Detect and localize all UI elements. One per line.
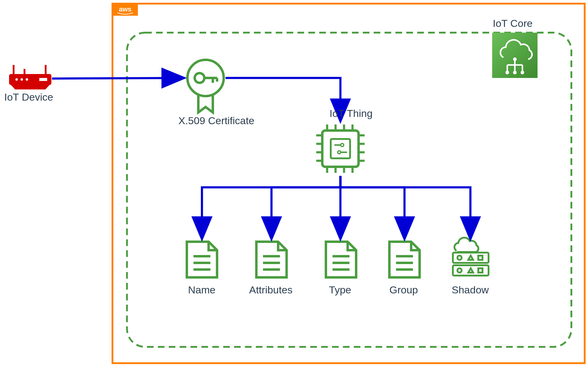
svg-point-10 <box>513 71 517 74</box>
svg-marker-66 <box>468 268 473 273</box>
svg-rect-26 <box>322 131 359 167</box>
svg-rect-14 <box>13 65 15 74</box>
attributes-label: Attributes <box>249 284 293 296</box>
arrow-thing-attrs <box>271 176 340 237</box>
svg-point-22 <box>195 73 204 83</box>
arrow-thing-group <box>340 176 404 237</box>
svg-point-17 <box>15 78 18 81</box>
svg-point-9 <box>513 57 517 61</box>
svg-point-31 <box>338 151 341 154</box>
iot-core-border <box>127 33 571 347</box>
arrow-device-cert <box>52 78 183 79</box>
svg-point-12 <box>521 71 524 74</box>
iot-thing-label: IoT Thing <box>330 108 372 119</box>
svg-point-29 <box>341 144 344 147</box>
type-label: Type <box>329 284 351 296</box>
svg-point-11 <box>505 71 509 74</box>
shadow-label: Shadow <box>452 284 489 296</box>
svg-rect-16 <box>45 65 47 74</box>
svg-marker-62 <box>468 256 473 260</box>
shadow-icon <box>453 237 489 276</box>
doc-attributes-icon <box>256 242 287 277</box>
name-label: Name <box>188 284 216 296</box>
doc-group-icon <box>389 242 420 277</box>
svg-rect-20 <box>39 78 47 81</box>
iot-device-label: IoT Device <box>4 91 53 103</box>
svg-point-65 <box>457 268 462 273</box>
arrow-cert-thing <box>226 78 340 120</box>
svg-rect-15 <box>24 69 25 75</box>
svg-point-18 <box>21 78 23 81</box>
svg-text:aws: aws <box>119 5 132 13</box>
aws-badge: aws <box>112 4 138 16</box>
doc-name-icon <box>187 242 217 277</box>
iot-thing-icon <box>316 124 365 173</box>
iot-core-label: IoT Core <box>493 18 533 29</box>
svg-point-61 <box>457 256 462 260</box>
doc-type-icon <box>326 242 356 277</box>
iot-device-icon <box>9 65 51 89</box>
svg-rect-27 <box>331 139 350 158</box>
cert-icon <box>187 60 224 112</box>
svg-rect-67 <box>478 268 482 273</box>
svg-point-19 <box>26 78 28 81</box>
iot-core-icon <box>492 33 538 78</box>
group-label: Group <box>389 284 418 296</box>
svg-rect-63 <box>478 256 482 260</box>
cert-label: X.509 Certificate <box>178 115 254 127</box>
